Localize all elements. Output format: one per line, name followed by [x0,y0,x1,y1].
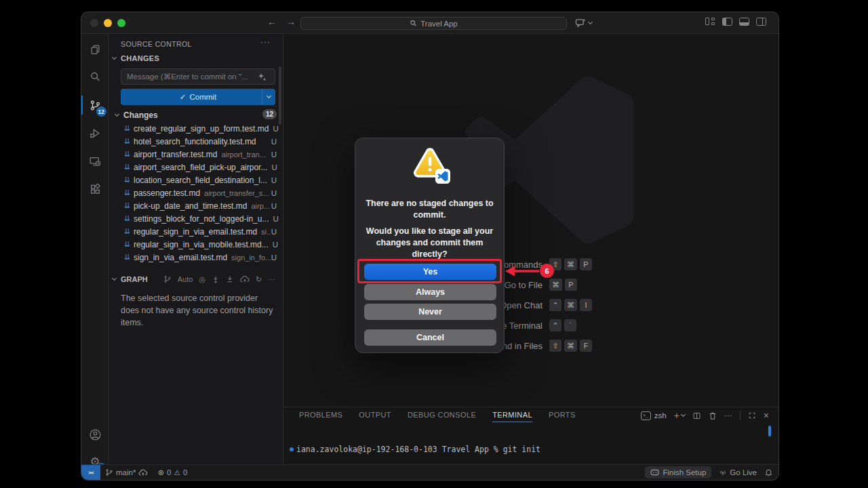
back-icon[interactable]: ← [266,16,278,27]
publish-cloud-icon [138,469,148,476]
never-button[interactable]: Never [364,304,496,320]
key-f: F [580,340,592,352]
tab-problems[interactable]: PROBLEMS [299,411,342,422]
fetch-icon[interactable] [212,275,220,283]
toggle-primary-sidebar-icon[interactable] [722,18,732,26]
changes-label: Changes [123,110,158,120]
remote-explorer-icon[interactable] [81,148,108,174]
graph-empty-message: The selected source control provider doe… [121,292,274,329]
run-debug-icon[interactable] [81,120,108,146]
sidebar-title: SOURCE CONTROL [121,40,192,48]
copilot-menu[interactable] [575,18,592,28]
tab-debug-console[interactable]: DEBUG CONSOLE [408,411,476,422]
refresh-icon[interactable]: ↻ [256,275,262,284]
key-cmd: ⌘ [564,340,577,352]
file-row[interactable]: ⇊regular_sign_in_via_email.test.mdsi...U [108,225,283,238]
chevron-down-icon [112,276,117,281]
tab-terminal[interactable]: TERMINAL [492,411,532,422]
git-status-untracked: U [271,163,277,171]
commit-dropdown[interactable] [262,89,275,105]
file-row[interactable]: ⇊airport_transfer.test.mdairport_tran...… [108,148,283,161]
file-row[interactable]: ⇊airport_search_field_pick-up_airpor...U [108,161,283,174]
file-row[interactable]: ⇊settings_block_for_not_logged-in_u...U [108,212,283,225]
search-icon [410,20,417,27]
maximize-panel-icon[interactable] [748,411,756,420]
changes-file-list: ⇊create_regular_sign_up_form.test.mdU ⇊h… [108,122,283,264]
close-panel-icon[interactable]: × [764,410,769,421]
test-file-icon: ⇊ [124,240,134,249]
terminal-scrollbar[interactable] [768,426,771,436]
toggle-panel-icon[interactable] [739,18,749,26]
key-ctrl: ⌃ [549,319,561,331]
finish-setup-button[interactable]: Finish Setup [645,466,711,479]
search-view-icon[interactable] [81,64,108,89]
cloud-icon[interactable] [240,275,250,283]
chevron-down-icon [112,55,117,60]
customize-layout-icon[interactable] [705,18,715,26]
file-row[interactable]: ⇊location_search_field_destination_l...U [108,174,283,186]
zoom-window-button[interactable] [117,19,125,27]
pull-icon[interactable] [226,275,234,283]
branch-icon[interactable] [163,275,172,283]
changes-tree-header[interactable]: Changes 12 [115,109,278,121]
more-actions-icon[interactable]: ··· [260,37,271,47]
commit-message-input[interactable] [121,68,275,85]
file-row[interactable]: ⇊pick-up_date_and_time.test.mdairp...U [108,199,283,212]
explorer-icon[interactable] [81,37,108,62]
new-terminal-button[interactable]: + [674,410,685,421]
status-bar: >< main* ⊗ 0 ⚠ 0 Finish Setup Go Live [81,464,778,480]
source-control-icon[interactable]: 12 [81,92,108,118]
accounts-icon[interactable] [81,422,108,447]
minimize-window-button[interactable] [104,19,112,27]
shell-selector[interactable]: >_ zsh [641,411,667,420]
sidebar-scrollbar[interactable] [279,66,281,125]
graph-section-header[interactable]: GRAPH Auto ◎ ↻ ··· [113,273,279,285]
kill-terminal-trash-icon[interactable] [709,411,717,420]
generate-commit-message-icon[interactable] [258,73,267,81]
stage-changes-dialog: There are no staged changes to commit. W… [355,138,505,353]
split-terminal-icon[interactable] [692,411,701,420]
tab-ports[interactable]: PORTS [549,411,576,422]
bottom-panel: PROBLEMS OUTPUT DEBUG CONSOLE TERMINAL P… [283,407,778,464]
chevron-down-icon [267,94,271,98]
file-row[interactable]: ⇊regular_sign_in_via_mobile.test.md...U [108,238,283,251]
key-backtick: ` [564,319,576,331]
command-center-search[interactable]: Travel App [300,17,567,30]
problems-status-item[interactable]: ⊗ 0 ⚠ 0 [153,465,192,481]
file-row[interactable]: ⇊create_regular_sign_up_form.test.mdU [108,122,283,135]
close-window-button[interactable] [90,19,98,27]
scm-count-badge: 12 [96,106,106,117]
branch-status-item[interactable]: main* [100,465,153,481]
file-row[interactable]: ⇊passenger.test.mdairport_transfer_s...U [108,186,283,199]
commit-button[interactable]: ✓ Commit [121,89,275,105]
notifications-bell-icon[interactable] [764,468,773,477]
key-shift: ⇧ [549,340,561,352]
test-file-icon: ⇊ [124,137,134,146]
copilot-chat-icon [575,18,587,28]
extensions-icon[interactable] [81,176,108,202]
key-p: P [565,279,577,291]
target-icon[interactable]: ◎ [199,275,205,284]
terminal-line: iana.zavoloka@ip-192-168-0-103 Travel Ap… [290,445,686,454]
broadcast-icon [719,468,727,476]
changes-section-header[interactable]: CHANGES [113,54,159,62]
go-live-button[interactable]: Go Live [714,465,762,481]
status-bar-right: Finish Setup Go Live [645,465,778,481]
graph-more-icon[interactable]: ··· [268,275,275,283]
git-status-untracked: U [273,215,278,223]
key-i: I [580,299,592,311]
always-button[interactable]: Always [364,284,496,300]
forward-icon[interactable]: → [285,16,297,27]
git-status-untracked: U [271,150,277,159]
search-value: Travel App [420,20,458,28]
more-actions-icon[interactable]: ··· [724,411,732,420]
tab-output[interactable]: OUTPUT [359,411,391,422]
terminal-icon: >_ [641,411,651,420]
file-row[interactable]: ⇊sign_in_via_email.test.mdsign_in_fo...U [108,251,283,264]
toggle-secondary-sidebar-icon[interactable] [756,18,766,26]
file-row[interactable]: ⇊hotel_search_functionality.test.mdU [108,135,283,148]
cancel-button[interactable]: Cancel [364,329,496,346]
graph-auto-label[interactable]: Auto [178,275,193,283]
remote-indicator[interactable]: >< [81,465,100,481]
activity-bar: 12 ⚙ 1 [81,34,108,464]
